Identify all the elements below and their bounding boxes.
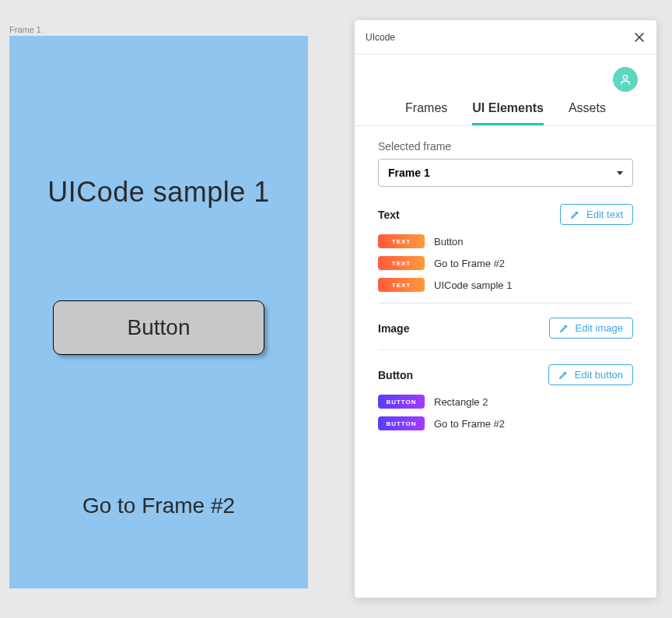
edit-image-label: Edit image [576, 322, 623, 334]
text-section-header: Text Edit text [378, 204, 633, 225]
edit-button-label: Edit button [575, 369, 623, 381]
text-item-name: Button [434, 236, 464, 248]
edit-button-button[interactable]: Edit button [548, 364, 633, 385]
text-item[interactable]: TEXT Go to Frame #2 [378, 256, 633, 270]
frame-label: Frame 1 [9, 25, 344, 34]
text-tag: TEXT [378, 278, 425, 292]
panel-title: UIcode [366, 32, 395, 43]
svg-point-2 [623, 75, 627, 79]
pencil-icon [558, 370, 569, 380]
tabs: Frames UI Elements Assets [355, 97, 656, 126]
edit-image-button[interactable]: Edit image [549, 318, 633, 339]
text-item[interactable]: TEXT Button [378, 234, 633, 248]
button-item-name: Go to Frame #2 [434, 418, 505, 430]
button-item[interactable]: BUTTON Rectangle 2 [378, 395, 633, 409]
pencil-icon [559, 323, 569, 333]
button-section-header: Button Edit button [378, 364, 633, 385]
chevron-down-icon [617, 171, 623, 175]
device-frame[interactable]: UICode sample 1 Button Go to Frame #2 [9, 36, 308, 588]
panel-body: Selected frame Frame 1 Text Edit text TE… [355, 126, 656, 598]
canvas-button-label: Button [128, 315, 191, 340]
image-section-header: Image Edit image [378, 318, 633, 339]
uicode-panel: UIcode Frames UI Elements Assets Selecte… [355, 20, 656, 598]
button-item-name: Rectangle 2 [434, 396, 488, 408]
edit-text-label: Edit text [586, 209, 623, 220]
button-item[interactable]: BUTTON Go to Frame #2 [378, 416, 633, 430]
canvas-heading-text[interactable]: UICode sample 1 [9, 176, 308, 209]
button-section-title: Button [378, 369, 413, 381]
user-avatar[interactable] [613, 67, 638, 92]
avatar-row [355, 54, 656, 97]
pencil-icon [570, 209, 580, 219]
text-item[interactable]: TEXT UICode sample 1 [378, 278, 633, 292]
text-section-title: Text [378, 209, 400, 221]
panel-header: UIcode [355, 20, 656, 54]
person-icon [619, 73, 632, 86]
text-item-name: UICode sample 1 [434, 279, 512, 291]
text-tag: TEXT [378, 256, 425, 270]
design-canvas: Frame 1 UICode sample 1 Button Go to Fra… [9, 25, 344, 588]
button-tag: BUTTON [378, 395, 425, 409]
canvas-goto-text[interactable]: Go to Frame #2 [9, 493, 308, 518]
divider [378, 349, 633, 350]
frame-select[interactable]: Frame 1 [378, 159, 633, 187]
image-section-title: Image [378, 322, 409, 335]
edit-text-button[interactable]: Edit text [560, 204, 633, 225]
text-tag: TEXT [378, 234, 425, 248]
canvas-button[interactable]: Button [53, 300, 264, 355]
tab-ui-elements[interactable]: UI Elements [472, 97, 544, 125]
tab-frames[interactable]: Frames [405, 97, 447, 125]
close-icon[interactable] [633, 31, 646, 44]
text-item-name: Go to Frame #2 [434, 258, 505, 269]
divider [378, 303, 633, 304]
frame-select-value: Frame 1 [388, 167, 430, 179]
button-tag: BUTTON [378, 416, 425, 430]
selected-frame-label: Selected frame [378, 140, 633, 153]
tab-assets[interactable]: Assets [569, 97, 606, 125]
